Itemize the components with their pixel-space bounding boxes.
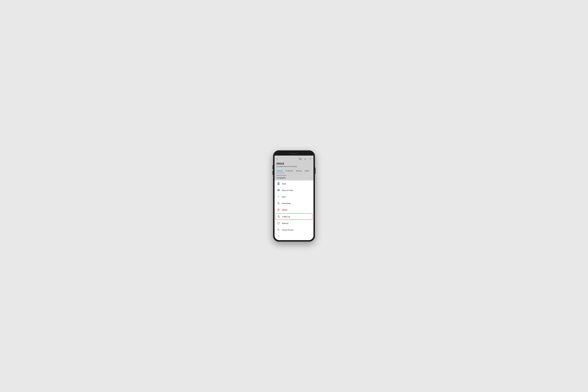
save-close-icon: 1 — [277, 189, 280, 192]
phone-top-bar — [275, 152, 313, 156]
phone-speaker — [290, 153, 296, 154]
svg-line-27 — [279, 230, 279, 231]
svg-rect-5 — [278, 184, 279, 185]
save-close-label: Save & Close — [282, 189, 293, 191]
status-dropdown[interactable]: Completed ⌄ — [276, 177, 312, 179]
tab-service[interactable]: Service — [296, 169, 304, 173]
menu-item-deactivate[interactable]: Deactivate — [275, 200, 313, 206]
menu-item-delete[interactable]: Delete — [275, 206, 313, 213]
back-button[interactable]: ‹ — [276, 158, 278, 161]
volume-down-button — [273, 171, 273, 175]
menu-item-refresh[interactable]: Refresh — [275, 220, 313, 226]
svg-rect-31 — [278, 236, 279, 237]
svg-rect-19 — [278, 209, 279, 211]
phone-camera — [297, 153, 298, 154]
menu-item-save-close[interactable]: 1 Save & Close — [275, 187, 313, 194]
menu-item-check-access[interactable]: Check Access — [275, 226, 313, 233]
booking-status-section: Booking Status* Completed ⌄ — [275, 173, 313, 180]
search-button[interactable] — [299, 157, 302, 161]
save-label: Save — [282, 183, 286, 185]
power-button — [315, 168, 315, 174]
refresh-icon — [277, 222, 280, 225]
tab-customer[interactable]: Customer — [286, 169, 295, 173]
svg-rect-3 — [278, 183, 279, 184]
tabs-row: General Customer Service Notes — [276, 169, 312, 173]
delete-icon — [277, 208, 280, 211]
header-icons: ‹ + ⋮ — [276, 157, 312, 161]
record-id: 00015 — [276, 162, 312, 165]
menu-item-save[interactable]: Save — [275, 180, 313, 187]
record-type: Bookable Resource Booking — [276, 166, 312, 168]
follow-up-icon — [277, 215, 280, 218]
app-header: ‹ + ⋮ 00015 Bookable Resource Booking — [275, 156, 313, 173]
svg-point-0 — [299, 158, 301, 160]
more-button[interactable]: ⋮ — [308, 158, 312, 161]
tab-notes[interactable]: Notes — [305, 169, 311, 173]
deactivate-icon — [277, 202, 280, 205]
save-icon — [277, 182, 280, 185]
more-item-icon — [277, 235, 280, 238]
volume-up-button — [273, 165, 273, 169]
svg-text:1: 1 — [279, 190, 279, 191]
header-icon-group: + ⋮ — [299, 157, 312, 161]
status-label: Booking Status* — [276, 174, 312, 176]
svg-rect-7 — [278, 189, 279, 190]
check-access-icon — [277, 228, 280, 231]
phone-screen: ‹ + ⋮ 00015 Bookable Resource Booking — [275, 152, 313, 240]
required-star: * — [286, 174, 287, 176]
refresh-label: Refresh — [282, 222, 288, 224]
follow-up-label: Follow up — [282, 216, 290, 218]
status-value: Completed — [276, 177, 285, 179]
screen-content: ‹ + ⋮ 00015 Bookable Resource Booking — [275, 156, 313, 240]
dropdown-arrow-icon: ⌄ — [310, 177, 312, 179]
check-access-label: Check Access — [282, 229, 294, 231]
phone-frame: ‹ + ⋮ 00015 Bookable Resource Booking — [273, 150, 315, 242]
svg-line-1 — [301, 159, 301, 160]
menu-item-new[interactable]: New — [275, 194, 313, 200]
deactivate-label: Deactivate — [282, 202, 291, 204]
menu-item-more[interactable] — [275, 233, 313, 240]
new-icon — [277, 195, 280, 198]
tab-general[interactable]: General — [276, 169, 285, 173]
menu-item-follow-up[interactable]: Follow up — [275, 214, 313, 220]
context-menu: Save 1 Save & Close — [275, 180, 313, 240]
add-button[interactable]: + — [304, 158, 306, 161]
delete-label: Delete — [282, 209, 287, 211]
new-label: New — [282, 196, 286, 198]
